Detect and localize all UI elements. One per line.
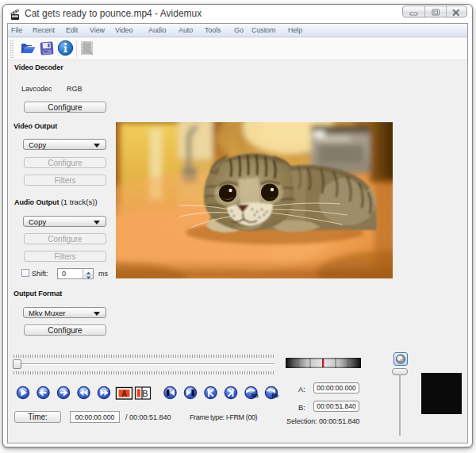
svg-text:B: B <box>142 389 148 398</box>
svg-text:bb: bb <box>272 393 279 398</box>
svg-text:bb: bb <box>251 393 259 398</box>
svg-text:A: A <box>121 390 127 398</box>
